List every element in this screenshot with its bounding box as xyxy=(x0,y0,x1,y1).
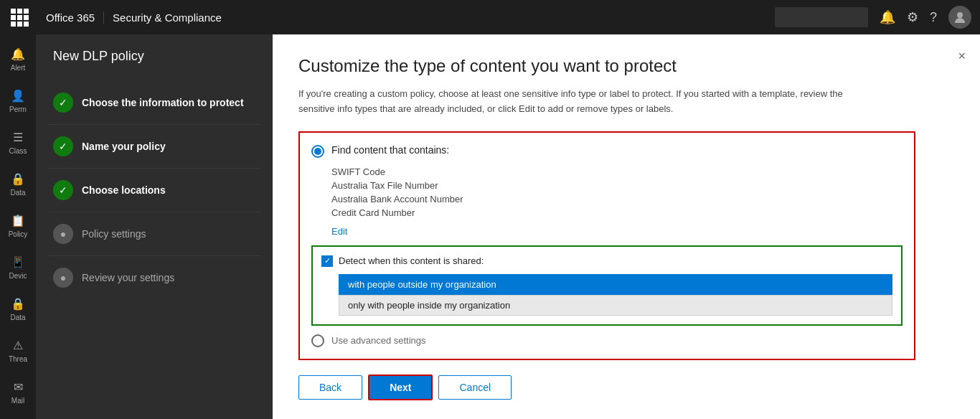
detect-checkbox[interactable]: ✓ xyxy=(321,255,333,267)
sidebar-item-device[interactable]: 📱 Devic xyxy=(0,248,36,287)
sidebar-item-label: Devic xyxy=(9,272,27,280)
svg-point-0 xyxy=(957,12,963,18)
wizard-sidebar: New DLP policy ✓ Choose the information … xyxy=(36,34,273,419)
mail-nav-icon: ✉ xyxy=(14,380,23,394)
sidebar-item-label: Data xyxy=(10,314,25,321)
sidebar-item-class[interactable]: ☰ Class xyxy=(0,123,36,162)
find-content-option[interactable]: Find content that contains: xyxy=(311,144,903,158)
wizard-step-name-policy[interactable]: ✓ Name your policy xyxy=(47,125,261,169)
section-name: Security & Compliance xyxy=(113,11,222,24)
list-item-bank: Australia Bank Account Number xyxy=(331,192,903,206)
sidebar-item-label: Perm xyxy=(9,105,27,113)
wizard-title: New DLP policy xyxy=(47,49,261,64)
gear-icon[interactable]: ⚙ xyxy=(907,9,918,25)
sidebar-item-label: Alert xyxy=(11,64,26,72)
advanced-settings-row[interactable]: Use advanced settings xyxy=(311,334,903,347)
checkmark-icon: ✓ xyxy=(59,97,67,108)
sharing-dropdown[interactable]: with people outside my organization only… xyxy=(339,274,892,316)
step-circle-choose-locations: ✓ xyxy=(53,180,73,200)
next-button[interactable]: Next xyxy=(368,375,433,400)
content-list: SWIFT Code Australia Tax File Number Aus… xyxy=(331,165,903,220)
class-nav-icon: ☰ xyxy=(13,131,23,144)
app-name: Office 365 xyxy=(37,11,104,24)
sidebar-item-threat[interactable]: ⚠ Threa xyxy=(0,331,36,370)
sidebar-item-policy[interactable]: 📋 Policy xyxy=(0,207,36,245)
sidebar-nav: 🔔 Alert 👤 Perm ☰ Class 🔒 Data 📋 Policy 📱… xyxy=(0,34,36,419)
step-circle-review-settings: ● xyxy=(53,268,73,288)
page-title: Customize the type of content you want t… xyxy=(298,55,954,77)
sidebar-item-label: Data xyxy=(10,189,25,197)
back-button[interactable]: Back xyxy=(298,375,362,400)
lock-nav-icon: 🔒 xyxy=(11,172,25,186)
button-row: Back Next Cancel xyxy=(298,375,954,400)
find-content-label: Find content that contains: xyxy=(331,144,449,156)
checkmark-icon-2: ✓ xyxy=(59,141,67,152)
main-layout: 🔔 Alert 👤 Perm ☰ Class 🔒 Data 📋 Policy 📱… xyxy=(0,34,980,419)
search-bar[interactable] xyxy=(775,7,868,27)
checkmark-icon-3: ✓ xyxy=(59,184,67,196)
main-content: × Customize the type of content you want… xyxy=(273,34,980,419)
detect-section: ✓ Detect when this content is shared: wi… xyxy=(311,245,903,326)
device-nav-icon: 📱 xyxy=(11,255,25,269)
sidebar-item-perms[interactable]: 👤 Perm xyxy=(0,82,36,121)
edit-link[interactable]: Edit xyxy=(331,226,347,237)
list-item-tax: Australia Tax File Number xyxy=(331,179,903,192)
user-nav-icon: 👤 xyxy=(11,89,25,103)
sidebar-item-alerts[interactable]: 🔔 Alert xyxy=(0,40,36,79)
lock2-nav-icon: 🔒 xyxy=(11,297,25,311)
dropdown-option-inside[interactable]: only with people inside my organization xyxy=(339,295,892,316)
advanced-label: Use advanced settings xyxy=(331,335,426,346)
topbar: Office 365 Security & Compliance 🔔 ⚙ ? xyxy=(0,0,980,34)
sidebar-item-mail[interactable]: ✉ Mail xyxy=(0,373,36,412)
sidebar-item-label: Policy xyxy=(9,230,28,238)
cancel-button[interactable]: Cancel xyxy=(438,375,512,400)
bullet-icon: ● xyxy=(60,228,66,240)
step-circle-choose-info: ✓ xyxy=(53,93,73,113)
detect-checkbox-row: ✓ Detect when this content is shared: xyxy=(321,255,892,267)
step-label-choose-locations: Choose locations xyxy=(82,184,166,196)
sidebar-item-label: Threa xyxy=(9,355,27,363)
bell-nav-icon: 🔔 xyxy=(11,47,25,61)
sidebar-item-data3[interactable]: 🔒 Data xyxy=(0,415,36,419)
bell-icon[interactable]: 🔔 xyxy=(880,9,895,25)
step-circle-policy-settings: ● xyxy=(53,224,73,244)
list-item-swift: SWIFT Code xyxy=(331,165,903,179)
wizard-step-choose-info[interactable]: ✓ Choose the information to protect xyxy=(47,81,261,125)
sidebar-item-data2[interactable]: 🔒 Data xyxy=(0,290,36,329)
protect-section: Find content that contains: SWIFT Code A… xyxy=(298,131,915,360)
sidebar-item-data1[interactable]: 🔒 Data xyxy=(0,165,36,204)
find-content-radio[interactable] xyxy=(311,145,324,158)
step-label-review-settings: Review your settings xyxy=(82,272,174,283)
close-button[interactable]: × xyxy=(958,49,966,64)
list-item-credit: Credit Card Number xyxy=(331,206,903,220)
policy-nav-icon: 📋 xyxy=(11,214,25,227)
bullet-icon-2: ● xyxy=(60,272,66,283)
dropdown-option-outside[interactable]: with people outside my organization xyxy=(339,274,892,295)
avatar[interactable] xyxy=(948,6,971,29)
wizard-step-review-settings[interactable]: ● Review your settings xyxy=(47,256,261,299)
radio-inner-dot xyxy=(314,148,321,155)
advanced-radio[interactable] xyxy=(311,334,324,347)
sidebar-item-label: Class xyxy=(9,147,27,155)
sidebar-item-label: Mail xyxy=(11,397,24,405)
threat-nav-icon: ⚠ xyxy=(13,339,23,352)
wizard-step-policy-settings[interactable]: ● Policy settings xyxy=(47,212,261,256)
step-label-choose-info: Choose the information to protect xyxy=(82,97,244,108)
checkbox-check-icon: ✓ xyxy=(324,256,331,265)
step-label-policy-settings: Policy settings xyxy=(82,228,146,240)
step-label-name-policy: Name your policy xyxy=(82,141,166,152)
waffle-menu[interactable] xyxy=(9,6,30,28)
wizard-step-choose-locations[interactable]: ✓ Choose locations xyxy=(47,169,261,212)
help-icon[interactable]: ? xyxy=(930,10,937,25)
detect-label: Detect when this content is shared: xyxy=(339,255,484,266)
page-description: If you're creating a custom policy, choo… xyxy=(298,87,872,117)
step-circle-name-policy: ✓ xyxy=(53,136,73,156)
